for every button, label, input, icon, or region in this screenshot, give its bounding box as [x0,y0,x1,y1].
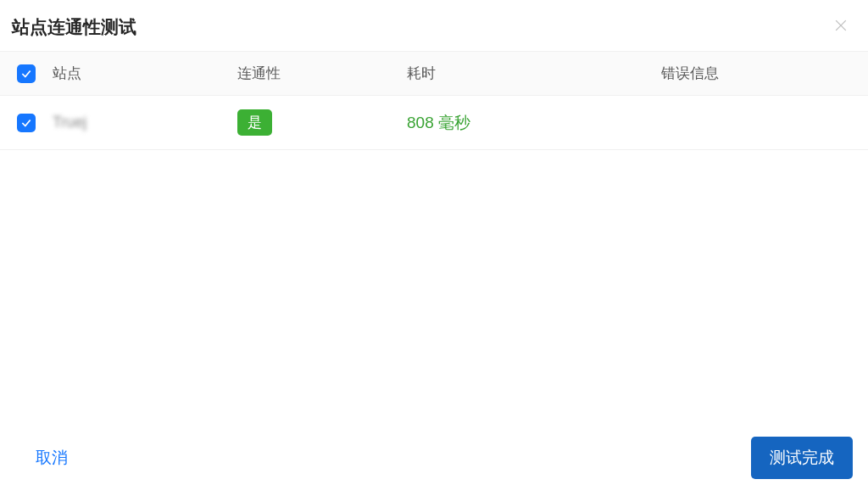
header-site: 站点 [53,64,237,83]
header-checkbox-cell [0,64,53,83]
header-time: 耗时 [407,64,661,83]
close-icon[interactable] [831,15,851,38]
connectivity-test-modal: 站点连通性测试 站点 连通性 耗时 错误信息 Truej [0,0,868,496]
row-checkbox-cell [0,114,53,132]
table-row: Truej 是 808 毫秒 [0,96,868,150]
select-all-checkbox[interactable] [17,64,36,83]
modal-title: 站点连通性测试 [12,15,136,39]
cell-connectivity: 是 [237,109,407,136]
table-header-row: 站点 连通性 耗时 错误信息 [0,51,868,96]
cell-time: 808 毫秒 [407,112,661,134]
header-connectivity: 连通性 [237,64,407,83]
modal-header: 站点连通性测试 [0,0,868,51]
cancel-button[interactable]: 取消 [27,442,76,474]
time-value: 808 毫秒 [407,114,470,131]
site-name: Truej [53,114,86,131]
modal-footer: 取消 测试完成 [0,423,868,496]
test-complete-button[interactable]: 测试完成 [751,437,853,479]
connectivity-badge: 是 [237,109,272,136]
header-error: 错误信息 [661,64,868,83]
results-table: 站点 连通性 耗时 错误信息 Truej 是 808 毫秒 [0,51,868,423]
cell-site: Truej [53,114,237,131]
row-checkbox[interactable] [17,114,36,132]
